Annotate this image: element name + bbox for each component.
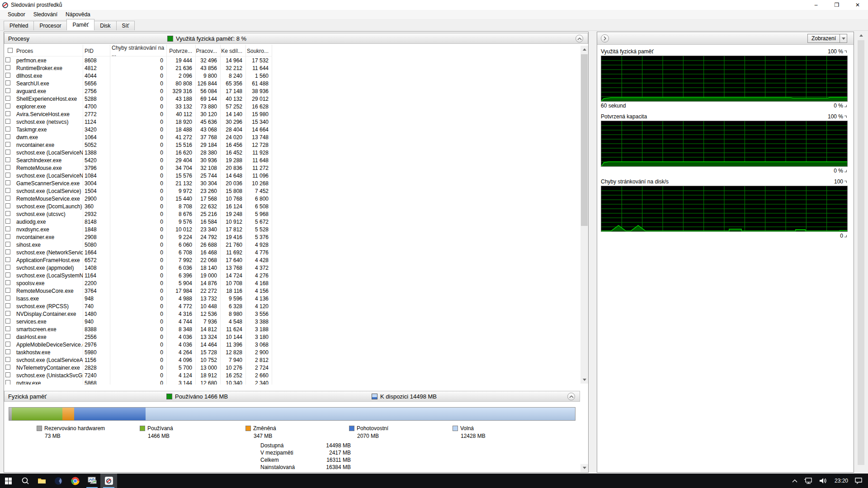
- row-checkbox[interactable]: [5, 96, 10, 101]
- table-row[interactable]: RemoteMouseCore.exe3764017 98422 27218 1…: [4, 287, 272, 295]
- table-row[interactable]: svchost.exe (LocalServiceNet...1084015 5…: [4, 172, 272, 179]
- taskbar-file-explorer-button[interactable]: [33, 474, 50, 488]
- table-row[interactable]: Avira.ServiceHost.exe2772040 11230 12014…: [4, 110, 272, 118]
- row-checkbox[interactable]: [5, 188, 10, 193]
- table-row[interactable]: services.exe94004 7447 9364 5483 388: [4, 318, 272, 325]
- row-checkbox[interactable]: [5, 142, 10, 147]
- table-row[interactable]: nvcontainer.exe5052015 51629 18416 45612…: [4, 141, 272, 149]
- table-row[interactable]: dwm.exe1064041 27237 76824 02013 748: [4, 133, 272, 141]
- table-row[interactable]: SearchIndexer.exe5420029 40430 93619 288…: [4, 156, 272, 164]
- row-checkbox[interactable]: [5, 73, 10, 78]
- column-header-potvrze[interactable]: Potvrze...: [166, 48, 195, 54]
- column-header-proces[interactable]: Proces: [15, 48, 83, 54]
- collapse-processes-button[interactable]: [576, 35, 583, 42]
- process-table-scrollbar[interactable]: [580, 46, 588, 384]
- select-all-checkbox[interactable]: [8, 48, 13, 53]
- table-row[interactable]: lsass.exe94804 98813 7329 5964 136: [4, 295, 272, 302]
- row-checkbox[interactable]: [5, 80, 10, 85]
- table-row[interactable]: ShellExperienceHost.exe5288043 18869 144…: [4, 95, 272, 103]
- row-checkbox[interactable]: [5, 349, 10, 354]
- tab-disk[interactable]: Disk: [94, 21, 116, 30]
- scrollbar-thumb[interactable]: [858, 40, 864, 465]
- row-checkbox[interactable]: [5, 196, 10, 201]
- scrollbar-thumb[interactable]: [581, 54, 588, 226]
- row-checkbox[interactable]: [5, 303, 10, 308]
- table-row[interactable]: ApplicationFrameHost.exe657207 99222 068…: [4, 256, 272, 264]
- physical-memory-section-header[interactable]: Fyzická paměť Používáno 1466 MB K dispoz…: [4, 391, 580, 402]
- column-header-pid[interactable]: PID: [83, 48, 110, 54]
- table-row[interactable]: svchost.exe (LocalServiceNo...1388016 62…: [4, 149, 272, 156]
- row-checkbox[interactable]: [5, 127, 10, 131]
- tab-procesor[interactable]: Procesor: [33, 21, 67, 30]
- row-checkbox[interactable]: [5, 311, 10, 316]
- table-row[interactable]: RuntimeBroker.exe4812021 63643 85632 212…: [4, 64, 272, 72]
- volume-icon[interactable]: [819, 477, 828, 484]
- window-scrollbar[interactable]: [857, 32, 865, 473]
- row-checkbox[interactable]: [5, 173, 10, 178]
- view-dropdown-button[interactable]: Zobrazení: [807, 34, 847, 43]
- restore-button[interactable]: ❐: [826, 0, 847, 10]
- table-row[interactable]: RemoteMouse.exe3796034 70432 10820 83611…: [4, 164, 272, 172]
- table-row[interactable]: svchost.exe (utcsvc)293208 67625 21619 2…: [4, 210, 272, 218]
- table-row[interactable]: GameScannerService.exe3004021 13230 3042…: [4, 179, 272, 187]
- table-row[interactable]: NvTelemetryContainer.exe282805 70013 000…: [4, 364, 272, 371]
- tray-expand-chevron-icon[interactable]: [792, 479, 797, 483]
- table-row[interactable]: nvcontainer.exe290809 22424 79219 4165 3…: [4, 233, 272, 241]
- menu-soubor[interactable]: Soubor: [4, 10, 29, 19]
- table-row[interactable]: AppleMobileDeviceService.exe297604 03614…: [4, 341, 272, 348]
- row-checkbox[interactable]: [5, 249, 10, 254]
- menu-napoveda[interactable]: Nápověda: [61, 10, 94, 19]
- table-row[interactable]: explorer.exe4700033 13273 88057 25216 62…: [4, 103, 272, 110]
- table-row[interactable]: nvtray.exe586803 14412 68010 3402 340: [4, 379, 272, 385]
- network-icon[interactable]: [804, 477, 813, 484]
- row-checkbox[interactable]: [5, 288, 10, 293]
- row-checkbox[interactable]: [5, 57, 10, 62]
- row-checkbox[interactable]: [5, 296, 10, 300]
- taskbar-app-blue-sphere-button[interactable]: [50, 474, 67, 488]
- table-row[interactable]: svchost.exe (LocalSystemNet...116406 396…: [4, 272, 272, 279]
- row-checkbox[interactable]: [5, 242, 10, 247]
- table-row[interactable]: svchost.exe (DcomLaunch)36008 70822 6321…: [4, 202, 272, 210]
- table-row[interactable]: audiodg.exe814809 57616 58410 9125 672: [4, 218, 272, 225]
- row-checkbox[interactable]: [5, 203, 10, 208]
- action-center-icon[interactable]: [854, 477, 863, 484]
- table-row[interactable]: svchost.exe (LocalService)150409 97223 2…: [4, 187, 272, 195]
- taskbar-chrome-button[interactable]: [67, 474, 84, 488]
- tab-prehled[interactable]: Přehled: [4, 21, 34, 30]
- dropdown-caret[interactable]: [840, 34, 847, 42]
- row-checkbox[interactable]: [5, 157, 10, 162]
- table-row[interactable]: svchost.exe (UnistackSvcGro...724004 124…: [4, 371, 272, 379]
- row-checkbox[interactable]: [5, 119, 10, 124]
- row-checkbox[interactable]: [5, 103, 10, 108]
- panel-scroll-down-button[interactable]: [580, 464, 588, 472]
- close-button[interactable]: ✕: [847, 0, 868, 10]
- row-checkbox[interactable]: [5, 180, 10, 185]
- table-row[interactable]: sihost.exe508006 06026 68821 7604 928: [4, 241, 272, 249]
- table-row[interactable]: SearchUI.exe5656080 808126 84465 35661 4…: [4, 80, 272, 87]
- row-checkbox[interactable]: [5, 372, 10, 377]
- row-checkbox[interactable]: [5, 219, 10, 224]
- table-row[interactable]: taskhostw.exe598004 26415 72812 8282 900: [4, 348, 272, 356]
- row-checkbox[interactable]: [5, 319, 10, 324]
- column-header-pracov[interactable]: Pracov...: [195, 48, 220, 54]
- row-checkbox[interactable]: [5, 234, 10, 239]
- table-row[interactable]: dllhost.exe404402 0969 8008 2401 560: [4, 72, 272, 80]
- row-checkbox[interactable]: [5, 342, 10, 347]
- expand-panel-button[interactable]: [601, 34, 609, 42]
- scroll-up-button[interactable]: [857, 32, 865, 39]
- column-header-soukro[interactable]: Soukro...: [245, 48, 272, 54]
- table-row[interactable]: nvxdsync.exe1848010 01223 34017 8125 528: [4, 225, 272, 233]
- row-checkbox[interactable]: [5, 88, 10, 93]
- scroll-up-button[interactable]: [580, 46, 588, 53]
- table-row[interactable]: svchost.exe (NetworkService)166406 70816…: [4, 249, 272, 256]
- table-row[interactable]: smartscreen.exe838808 34814 81211 6243 1…: [4, 325, 272, 333]
- row-checkbox[interactable]: [5, 65, 10, 70]
- column-header-kesdil[interactable]: Ke sdíl...: [220, 48, 245, 54]
- table-row[interactable]: NVDisplay.Container.exe148004 31612 5368…: [4, 310, 272, 318]
- table-row[interactable]: perfmon.exe8608019 44432 49614 96417 532: [4, 56, 272, 64]
- row-checkbox[interactable]: [5, 280, 10, 285]
- taskbar-resource-monitor-button[interactable]: [84, 474, 100, 488]
- row-checkbox[interactable]: [5, 272, 10, 277]
- row-checkbox[interactable]: [5, 334, 10, 339]
- taskbar-resource-monitor-active-button[interactable]: [100, 474, 117, 488]
